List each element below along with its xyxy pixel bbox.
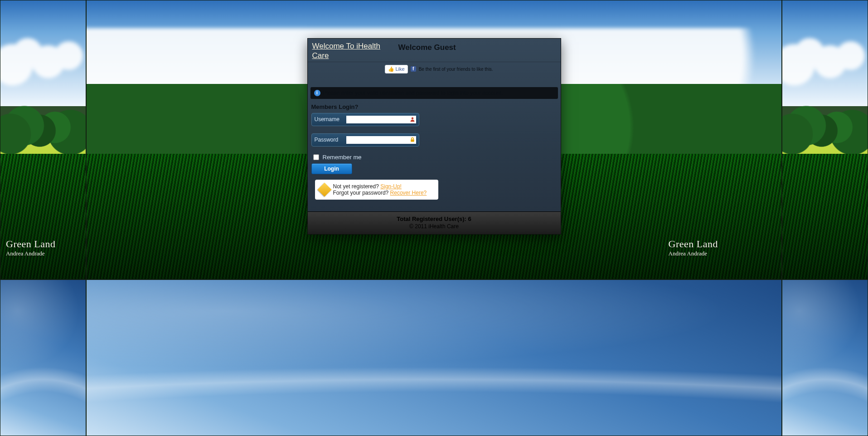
svg-rect-1 xyxy=(411,139,414,142)
thumbs-up-icon: 👍 xyxy=(388,66,394,72)
like-button-label: Like xyxy=(396,66,405,72)
signup-help-box: Not yet registered? Sign-Up! Forgot your… xyxy=(315,180,438,200)
like-caption: Be the first of your friends to like thi… xyxy=(419,67,493,72)
facebook-icon: f xyxy=(411,66,416,72)
facebook-like-button[interactable]: 👍 Like xyxy=(385,65,408,73)
svg-point-0 xyxy=(411,118,413,120)
welcome-guest-text: Welcome Guest xyxy=(398,43,456,52)
login-form: Username Password Remember me Logi xyxy=(308,113,561,211)
remember-me-checkbox[interactable] xyxy=(313,154,319,160)
facebook-like-row: 👍 Like f Be the first of your friends to… xyxy=(385,65,561,73)
copyright-text: © 2011 iHealth Care xyxy=(308,223,561,230)
total-registered-users: Total Registered User(s): 6 xyxy=(308,216,561,222)
panel-header: Welcome To iHealth Care Welcome Guest xyxy=(308,39,561,62)
username-input[interactable] xyxy=(347,116,410,123)
not-registered-text: Not yet registered? xyxy=(333,183,381,190)
info-message-text: Please enter your valid username and pas… xyxy=(323,90,503,96)
remember-me-label: Remember me xyxy=(323,154,362,161)
members-login-title: Members Login? xyxy=(308,103,561,113)
recover-password-link[interactable]: Recover Here? xyxy=(390,190,427,196)
login-panel: Welcome To iHealth Care Welcome Guest 👍 … xyxy=(307,38,561,235)
username-field: Username xyxy=(311,113,419,126)
info-icon: i xyxy=(314,90,320,96)
password-field: Password xyxy=(311,133,419,147)
signup-link[interactable]: Sign-Up! xyxy=(380,183,402,190)
panel-footer: Total Registered User(s): 6 © 2011 iHeal… xyxy=(308,211,561,234)
password-label: Password xyxy=(315,137,344,143)
brand-link[interactable]: Welcome To iHealth Care xyxy=(312,41,385,61)
password-input[interactable] xyxy=(347,137,410,143)
login-button[interactable]: Login xyxy=(311,163,352,174)
lock-icon xyxy=(410,137,415,142)
diamond-icon xyxy=(317,182,331,196)
user-icon xyxy=(410,117,415,122)
info-message-bar: i Please enter your valid username and p… xyxy=(310,87,558,99)
forgot-password-text: Forgot your password? xyxy=(333,190,390,196)
username-label: Username xyxy=(315,116,344,122)
